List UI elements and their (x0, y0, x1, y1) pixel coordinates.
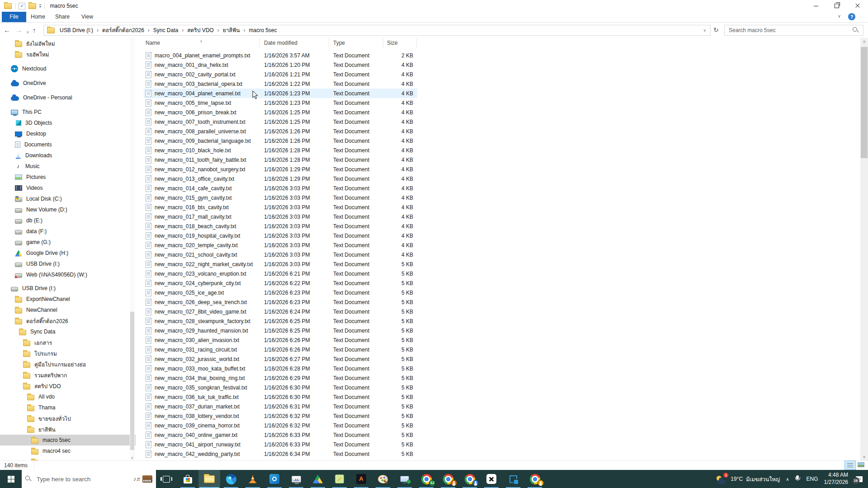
taskbar-app-button[interactable] (481, 470, 502, 488)
taskbar-app-button[interactable] (177, 470, 198, 488)
sidebar-item[interactable]: ยาสีฟัน (0, 424, 136, 435)
file-row[interactable]: new_macro_037_durian_market.txt 1/16/202… (144, 402, 417, 411)
file-row[interactable]: new_macro_002_cavity_portal.txt 1/16/202… (144, 70, 417, 79)
taskbar-app-button[interactable] (329, 470, 350, 488)
file-row[interactable]: new_macro_013_office_cavity.txt 1/16/202… (144, 174, 417, 183)
search-input[interactable] (725, 27, 853, 34)
file-row[interactable]: new_macro_015_gym_cavity.txt 1/16/2026 3… (144, 193, 417, 202)
breadcrumb-separator-icon[interactable]: › (95, 27, 100, 33)
qat-check-icon[interactable]: ✓ (19, 3, 25, 9)
file-row[interactable]: new_macro_041_airport_runway.txt 1/16/20… (144, 440, 417, 449)
sidebar-item[interactable]: Google Drive (H:) (0, 248, 136, 258)
refresh-icon[interactable]: ↻ (713, 26, 719, 33)
qat-customize-arrow-icon[interactable]: ▾ (39, 5, 41, 8)
column-header-name[interactable]: Name ∧ (144, 38, 260, 48)
taskbar-app-button[interactable]: SJ (415, 470, 437, 488)
file-row[interactable]: new_macro_007_tooth_instrument.txt 1/16/… (144, 117, 417, 127)
sidebar-item[interactable]: Sync Data (0, 326, 136, 337)
sidebar-item[interactable]: Videos (0, 183, 136, 193)
taskbar-app-button[interactable] (198, 470, 220, 488)
breadcrumb-segment[interactable]: ตอร์สติ๊กต้อก2026 (100, 25, 146, 35)
file-row[interactable]: new_macro_017_mall_cavity.txt 1/16/2026 … (144, 212, 417, 221)
sidebar-item[interactable]: NewChannel (0, 305, 136, 315)
file-row[interactable]: new_macro_014_cafe_cavity.txt 1/16/2026 … (144, 183, 417, 193)
sidebar-item[interactable]: ขายของทั่วไป (0, 413, 136, 424)
taskbar-search-input[interactable] (36, 475, 133, 483)
sidebar-item[interactable]: 3D Objects (0, 117, 136, 128)
file-row[interactable]: new_macro_030_alien_invasion.txt 1/16/20… (144, 335, 417, 345)
sidebar-item[interactable]: Downloads (0, 150, 136, 161)
address-dropdown-icon[interactable]: ∨ (703, 28, 710, 33)
tab-view[interactable]: View (81, 12, 93, 22)
breadcrumb-separator-icon[interactable]: › (242, 27, 247, 33)
sidebar-item[interactable]: สตริป VDO (0, 380, 136, 391)
sidebar-item[interactable]: OneDrive - Personal (0, 92, 136, 103)
taskbar-search[interactable]: ♪♬ (22, 470, 156, 488)
file-row[interactable]: new_macro_031_racing_circuit.txt 1/16/20… (144, 345, 417, 354)
scroll-down-icon[interactable]: ∨ (860, 453, 868, 461)
sidebar-item[interactable]: รออัพใหม่ (0, 49, 136, 60)
up-button[interactable]: ↑ (33, 26, 36, 35)
file-row[interactable]: new_macro_039_cinema_horror.txt 1/16/202… (144, 421, 417, 430)
show-hidden-icons-chevron[interactable]: ∧ (786, 477, 789, 482)
thumbnail-view-button[interactable] (856, 461, 867, 469)
file-row[interactable]: new_macro_012_nanobot_surgery.txt 1/16/2… (144, 164, 417, 174)
sidebar-scrollbar-thumb[interactable] (130, 312, 134, 450)
taskbar-app-button[interactable] (437, 470, 459, 488)
taskbar-app-button[interactable] (502, 470, 524, 488)
start-button[interactable] (0, 470, 22, 488)
tab-home[interactable]: Home (31, 12, 45, 22)
breadcrumb-segment[interactable]: USB Drive (I:) (57, 25, 95, 35)
taskbar-app-button[interactable] (350, 470, 372, 488)
file-row[interactable]: new_macro_016_bts_cavity.txt 1/16/2026 3… (144, 202, 417, 212)
file-row[interactable]: new_macro_038_lottery_vendor.txt 1/16/20… (144, 411, 417, 421)
sidebar-item[interactable]: ตอร์สติ๊กต้อก2026 (0, 315, 136, 326)
taskbar-app-button[interactable] (394, 470, 415, 488)
scrollbar-thumb[interactable] (861, 47, 868, 158)
breadcrumb-segment[interactable]: ยาสีฟัน (221, 25, 242, 35)
taskbar-app-button[interactable] (220, 470, 242, 488)
search-icon[interactable] (853, 27, 859, 33)
sidebar-scrollbar[interactable]: ∨ (130, 38, 135, 461)
sidebar-item[interactable]: เอกสาร (0, 337, 136, 348)
restore-button[interactable] (826, 0, 847, 12)
sidebar-item[interactable]: Pictures (0, 172, 136, 183)
file-row[interactable]: new_macro_021_school_cavity.txt 1/16/202… (144, 250, 417, 259)
sidebar-item[interactable]: โปรแกรม (0, 348, 136, 359)
file-row[interactable]: new_macro_023_volcano_eruption.txt 1/16/… (144, 269, 417, 278)
file-row[interactable]: new_macro_034_thai_boxing_ring.txt 1/16/… (144, 373, 417, 383)
file-row[interactable]: new_macro_033_moo_kata_buffet.txt 1/16/2… (144, 364, 417, 373)
file-row[interactable]: new_macro_018_beach_cavity.txt 1/16/2026… (144, 221, 417, 231)
scroll-up-icon[interactable]: ∧ (860, 38, 868, 46)
file-row[interactable]: new_macro_032_jurassic_world.txt 1/16/20… (144, 354, 417, 364)
column-header-type[interactable]: Type (329, 38, 383, 48)
sidebar-item[interactable]: OneDrive (0, 78, 136, 89)
taskbar-app-button[interactable] (307, 470, 329, 488)
sidebar-item[interactable]: Web (\\NAS49056D) (W:) (0, 269, 136, 280)
recent-locations-icon[interactable]: ∨ (26, 28, 29, 37)
file-row[interactable]: new_macro_008_parallel_universe.txt 1/16… (144, 127, 417, 136)
file-row[interactable]: new_macro_036_tuk_tuk_traffic.txt 1/16/2… (144, 392, 417, 402)
sidebar-item[interactable]: data (F:) (0, 226, 136, 237)
sidebar-item[interactable]: คู่มือโปรแกรมอย่างย่อ (0, 359, 136, 370)
minimize-button[interactable] (806, 0, 826, 12)
sidebar-item[interactable]: USB Drive (I:) (0, 258, 136, 269)
clock[interactable]: 4:48 AM 1/27/2026 (824, 472, 848, 486)
file-row[interactable]: new_macro_035_songkran_festival.txt 1/16… (144, 383, 417, 392)
sidebar-item[interactable]: รวมสตริปพาก (0, 370, 136, 380)
file-row[interactable]: new_macro_011_tooth_fairy_battle.txt 1/1… (144, 155, 417, 164)
sidebar-item[interactable]: Desktop (0, 128, 136, 139)
column-header-date-modified[interactable]: Date modified (260, 38, 329, 48)
file-row[interactable]: new_macro_042_wedding_party.txt 1/16/202… (144, 449, 417, 459)
sidebar-scroll-down-icon[interactable]: ∨ (130, 456, 135, 460)
sidebar-item[interactable]: New Volume (D:) (0, 204, 136, 215)
file-row[interactable]: new_macro_003_bacterial_opera.txt 1/16/2… (144, 79, 417, 89)
search-highlight-doodle[interactable]: ♪♬ (133, 475, 152, 483)
tab-share[interactable]: Share (55, 12, 70, 22)
breadcrumb-segment[interactable]: macro 5sec (247, 25, 279, 35)
taskbar-app-button[interactable] (459, 470, 481, 488)
sidebar-item[interactable]: This PC (0, 107, 136, 117)
file-row[interactable]: new_macro_019_hospital_cavity.txt 1/16/2… (144, 231, 417, 240)
sidebar-item[interactable]: Thama (0, 402, 136, 413)
breadcrumb-separator-icon[interactable]: › (180, 27, 185, 33)
